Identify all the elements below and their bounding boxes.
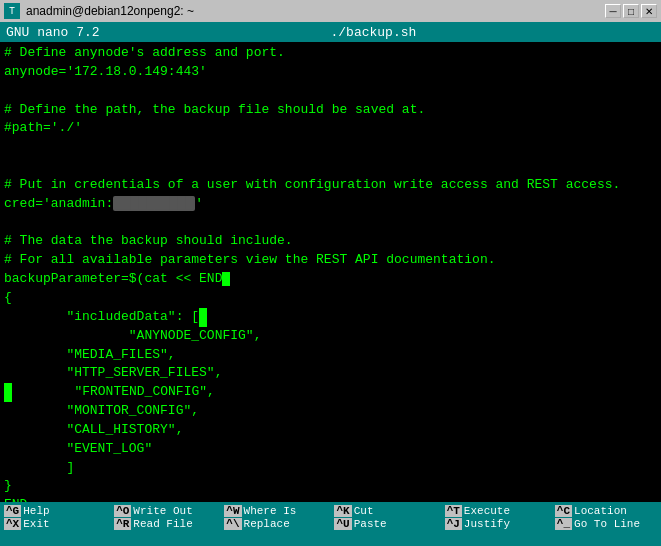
editor-line-14: {: [4, 290, 12, 305]
footer-label-where: Where Is: [244, 505, 297, 517]
text-cursor: [222, 272, 230, 286]
editor-area[interactable]: # Define anynode's address and port. any…: [0, 42, 661, 502]
editor-line-13: backupParameter=$(cat << END: [4, 271, 230, 286]
maximize-button[interactable]: □: [623, 4, 639, 18]
nano-footer: ^G Help ^X Exit ^O Write Out ^R Read Fil…: [0, 502, 661, 546]
editor-line-2: anynode='172.18.0.149:443': [4, 64, 207, 79]
footer-key-where: ^W: [224, 505, 241, 517]
footer-where[interactable]: ^W Where Is ^\ Replace: [220, 502, 330, 546]
editor-line-7: [4, 158, 12, 173]
editor-line-6: [4, 139, 12, 154]
editor-line-16: "ANYNODE_CONFIG",: [4, 328, 261, 343]
footer-location[interactable]: ^C Location ^_ Go To Line: [551, 502, 661, 546]
nano-filename: ./backup.sh: [330, 25, 416, 40]
footer-write[interactable]: ^O Write Out ^R Read File: [110, 502, 220, 546]
footer-key-goto: ^_: [555, 518, 572, 530]
footer-label-exit: Exit: [23, 518, 49, 530]
footer-key-read: ^R: [114, 518, 131, 530]
editor-line-24: }: [4, 478, 12, 493]
editor-line-21: "CALL_HISTORY",: [4, 422, 183, 437]
editor-line-9: cred='anadmin:██████████': [4, 196, 203, 211]
footer-cut[interactable]: ^K Cut ^U Paste: [330, 502, 440, 546]
editor-line-20: "MONITOR_CONFIG",: [4, 403, 199, 418]
editor-line-23: ]: [4, 460, 74, 475]
window-title: anadmin@debian12onpeng2: ~: [26, 4, 194, 18]
footer-label-paste: Paste: [354, 518, 387, 530]
footer-label-location: Location: [574, 505, 627, 517]
editor-line-19: "FRONTEND_CONFIG",: [4, 384, 215, 399]
editor-line-1: # Define anynode's address and port.: [4, 45, 285, 60]
editor-line-8: # Put in credentials of a user with conf…: [4, 177, 620, 192]
minimize-button[interactable]: ─: [605, 4, 621, 18]
editor-line-17: "MEDIA_FILES",: [4, 347, 176, 362]
footer-label-help: Help: [23, 505, 49, 517]
title-bar: T anadmin@debian12onpeng2: ~ ─ □ ✕: [0, 0, 661, 22]
nano-version: GNU nano 7.2: [6, 25, 100, 40]
editor-line-15: "includedData": [: [4, 309, 207, 324]
footer-label-cut: Cut: [354, 505, 374, 517]
app-icon: T: [4, 3, 20, 19]
footer-label-write: Write Out: [133, 505, 192, 517]
editor-line-11: # The data the backup should include.: [4, 233, 293, 248]
footer-key-exit: ^X: [4, 518, 21, 530]
nano-header-right: [647, 25, 655, 40]
editor-line-3: [4, 83, 12, 98]
footer-key-paste: ^U: [334, 518, 351, 530]
editor-line-22: "EVENT_LOG": [4, 441, 152, 456]
footer-label-goto: Go To Line: [574, 518, 640, 530]
footer-execute[interactable]: ^T Execute ^J Justify: [441, 502, 551, 546]
footer-key-location: ^C: [555, 505, 572, 517]
editor-line-4: # Define the path, the backup file shoul…: [4, 102, 425, 117]
nano-header: GNU nano 7.2 ./backup.sh: [0, 22, 661, 42]
footer-key-justify: ^J: [445, 518, 462, 530]
footer-label-justify: Justify: [464, 518, 510, 530]
footer-key-help: ^G: [4, 505, 21, 517]
editor-line-12: # For all available parameters view the …: [4, 252, 495, 267]
footer-key-write: ^O: [114, 505, 131, 517]
editor-line-5: #path='./': [4, 120, 82, 135]
editor-line-10: [4, 215, 12, 230]
footer-label-execute: Execute: [464, 505, 510, 517]
footer-help[interactable]: ^G Help ^X Exit: [0, 502, 110, 546]
footer-label-replace: Replace: [244, 518, 290, 530]
footer-key-replace: ^\: [224, 518, 241, 530]
footer-label-read: Read File: [133, 518, 192, 530]
editor-line-18: "HTTP_SERVER_FILES",: [4, 365, 222, 380]
footer-key-execute: ^T: [445, 505, 462, 517]
footer-key-cut: ^K: [334, 505, 351, 517]
close-button[interactable]: ✕: [641, 4, 657, 18]
